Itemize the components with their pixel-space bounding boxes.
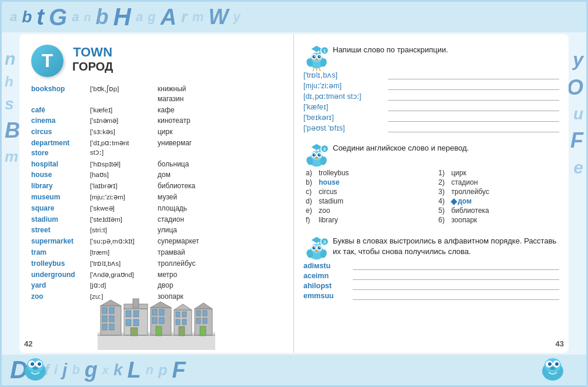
vocab-ru: дом [158, 170, 282, 180]
svg-text:1: 1 [323, 48, 326, 54]
svg-point-13 [550, 366, 556, 370]
border-letter: a [72, 9, 79, 25]
left-panel: T TOWN ГОРОД bookshop ['bʊk,ʃɒp] книжный… [19, 34, 294, 353]
svg-point-79 [312, 154, 315, 156]
border-letter: n [146, 362, 153, 378]
page-number-right: 43 [556, 339, 564, 348]
svg-text:3: 3 [323, 239, 326, 245]
vocab-ru: трамвай [158, 248, 282, 258]
border-letter: m [192, 9, 204, 25]
diamond-marker [450, 198, 457, 205]
t-letter: T [42, 50, 54, 72]
border-letter: b [22, 8, 32, 26]
vocab-ru: супермаркет [158, 236, 282, 246]
exercise-2-right-col: 1) цирк 2) стадион 3) троллейбус 4) [439, 169, 560, 225]
exercise-2-text: Соедини английское слово и перевод. [333, 141, 469, 154]
vocab-row: street [striːt] улица [31, 225, 282, 235]
vocab-trans: ['skweə] [90, 203, 158, 213]
svg-rect-40 [182, 312, 186, 317]
border-letter: y [233, 9, 240, 25]
vocab-en: square [31, 203, 90, 213]
svg-point-62 [314, 56, 315, 57]
exercise-2-left-col: a) trolleybus b) house c) circus d) [306, 169, 427, 225]
svg-marker-22 [101, 300, 121, 306]
exercise-1-header: 1 Напиши слово по транскрипции. [303, 42, 559, 67]
anagram-answer-line [353, 292, 559, 300]
border-letter: b [72, 362, 79, 378]
match-label: c) [306, 188, 319, 196]
answer-line [388, 124, 559, 132]
transcription-line: ['kæfeɪ] [303, 102, 559, 111]
svg-rect-35 [159, 318, 164, 323]
match-word: zoo [319, 206, 330, 215]
vocab-trans: ['suːpəˌmɑːkɪt] [90, 236, 158, 246]
side-letters-left: n h s B m [5, 49, 20, 171]
vocab-row: cinema ['sɪnəmə] кинотеатр [31, 116, 282, 126]
svg-marker-44 [174, 304, 192, 310]
vocab-en: zoo [31, 292, 90, 302]
answer-line [388, 82, 559, 90]
svg-rect-28 [131, 328, 138, 336]
vocab-en: café [31, 105, 90, 115]
border-letter: r [181, 8, 188, 26]
svg-marker-37 [151, 302, 171, 308]
svg-rect-49 [203, 318, 207, 323]
match-item-1: 1) цирк [439, 169, 560, 177]
anagram-answer-line [353, 262, 559, 270]
transcription-line: ['pəʊst 'ɒfɪs] [303, 124, 559, 132]
svg-point-81 [314, 154, 315, 155]
border-letter: p [158, 362, 167, 379]
anagram-line: ahilopst [303, 282, 559, 290]
svg-point-82 [319, 154, 320, 155]
transcription-line: ['trɒlɪˌbʌs] [303, 71, 559, 79]
svg-rect-48 [196, 318, 201, 323]
svg-rect-34 [152, 318, 157, 323]
svg-point-96 [318, 246, 320, 249]
vocab-ru: двор [158, 281, 282, 291]
vocab-row: house [haʊs] дом [31, 170, 282, 180]
vocab-en: street [31, 225, 90, 235]
svg-text:2: 2 [323, 146, 326, 152]
anagram-word: adiмstu [303, 262, 350, 270]
svg-point-80 [318, 154, 320, 156]
match-ru-word-highlighted: дом [452, 197, 472, 205]
vocab-trans: [striːt] [90, 225, 158, 235]
exercise-1: 1 Напиши слово по транскрипции. ['trɒlɪˌ… [303, 42, 559, 132]
side-letters-right: y O u F e [567, 49, 583, 182]
svg-rect-32 [152, 309, 157, 315]
building-illustration [98, 297, 215, 350]
vocab-en: bookshop [31, 84, 90, 94]
owl-badge-1: 1 [303, 42, 328, 67]
svg-rect-21 [109, 324, 114, 330]
svg-point-12 [555, 362, 559, 366]
vocab-ru: библиотека [158, 181, 282, 191]
exercise-3-header: 3 Буквы в словах выстроились в алфавитно… [303, 233, 559, 258]
answer-line [388, 114, 559, 122]
border-letter: F [172, 358, 186, 383]
svg-point-97 [314, 247, 315, 248]
svg-rect-42 [182, 319, 186, 325]
border-letter: a [136, 9, 143, 25]
vocab-en: departmentstore [31, 138, 90, 158]
transcription-word: [mjuː'ziːəm] [303, 81, 386, 90]
exercise-1-text: Напиши слово по транскрипции. [333, 42, 448, 55]
match-num-label: 3) [439, 188, 452, 196]
vocab-row: yard [jɑːd] двор [31, 281, 282, 291]
border-letter: j [62, 360, 67, 380]
vocab-row: supermarket ['suːpəˌmɑːkɪt] супермаркет [31, 236, 282, 246]
match-num-label: 1) [439, 169, 452, 177]
vocab-en: house [31, 170, 90, 180]
answer-line [388, 103, 559, 111]
page-container: a b t G a n b H a g A r m W y D s f i j … [0, 0, 588, 387]
svg-point-6 [32, 366, 38, 370]
svg-rect-19 [109, 316, 114, 322]
exercise-2-columns: a) trolleybus b) house c) circus d) [303, 169, 559, 225]
match-num-label: 2) [439, 178, 452, 186]
vocab-trans: ['steɪdɪəm] [90, 215, 158, 224]
border-letter: H [113, 3, 131, 31]
vocab-trans: ['hɒspɪtəl] [90, 159, 158, 169]
svg-point-63 [319, 56, 320, 57]
vocab-row: café ['kæfeɪ] кафе [31, 105, 282, 115]
match-label: a) [306, 169, 319, 177]
vocab-ru: улица [158, 225, 282, 235]
